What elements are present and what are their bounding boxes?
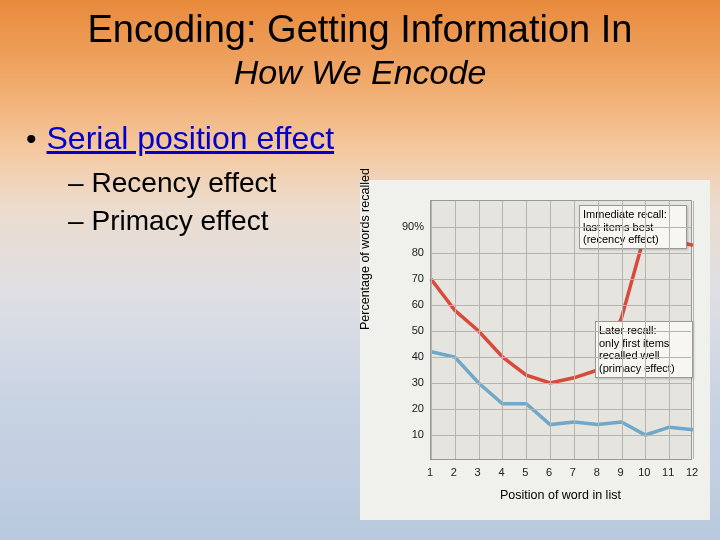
gridline-v <box>622 201 623 459</box>
gridline-h <box>431 331 691 332</box>
serial-position-chart: Percentage of words recalled Position of… <box>360 180 710 520</box>
sub-bullet-item: – Primacy effect <box>68 205 334 237</box>
gridline-v <box>526 201 527 459</box>
bullet-list: • Serial position effect – Recency effec… <box>20 120 334 243</box>
y-tick-label: 50 <box>412 324 424 336</box>
annotation-primacy: Later recall: only first items recalled … <box>595 321 693 378</box>
annotation-line: (primacy effect) <box>599 362 689 375</box>
x-tick-label: 6 <box>546 466 552 478</box>
gridline-v <box>502 201 503 459</box>
annotation-line: only first items <box>599 337 689 350</box>
slide-title: Encoding: Getting Information In <box>0 0 720 51</box>
y-tick-label: 60 <box>412 298 424 310</box>
y-axis-label: Percentage of words recalled <box>358 168 372 330</box>
sub-bullet-text: Primacy effect <box>92 205 269 237</box>
y-tick-label: 30 <box>412 376 424 388</box>
bullet-marker: • <box>26 122 37 156</box>
sub-bullet-item: – Recency effect <box>68 167 334 199</box>
dash-marker: – <box>68 167 84 199</box>
bullet-item: • Serial position effect <box>20 120 334 157</box>
gridline-v <box>669 201 670 459</box>
y-tick-label: 40 <box>412 350 424 362</box>
gridline-v <box>431 201 432 459</box>
gridline-h <box>431 435 691 436</box>
gridline-v <box>645 201 646 459</box>
gridline-v <box>693 201 694 459</box>
gridline-h <box>431 279 691 280</box>
x-tick-label: 9 <box>617 466 623 478</box>
plot-area: Immediate recall: last items best (recen… <box>430 200 692 460</box>
slide-subtitle: How We Encode <box>0 53 720 92</box>
y-tick-label: 80 <box>412 246 424 258</box>
x-tick-label: 2 <box>451 466 457 478</box>
dash-marker: – <box>68 205 84 237</box>
gridline-v <box>455 201 456 459</box>
sub-bullet-text: Recency effect <box>92 167 277 199</box>
x-tick-label: 11 <box>662 466 674 478</box>
x-tick-label: 3 <box>475 466 481 478</box>
x-tick-label: 10 <box>638 466 650 478</box>
y-tick-label: 70 <box>412 272 424 284</box>
gridline-h <box>431 305 691 306</box>
gridline-h <box>431 409 691 410</box>
y-tick-label: 10 <box>412 428 424 440</box>
x-tick-label: 4 <box>498 466 504 478</box>
annotation-line: recalled well <box>599 349 689 362</box>
gridline-v <box>574 201 575 459</box>
gridline-h <box>431 383 691 384</box>
x-tick-label: 12 <box>686 466 698 478</box>
gridline-h <box>431 227 691 228</box>
gridline-v <box>598 201 599 459</box>
x-axis-label: Position of word in list <box>500 488 621 502</box>
x-tick-label: 5 <box>522 466 528 478</box>
y-tick-label: 90% <box>402 220 424 232</box>
gridline-v <box>479 201 480 459</box>
bullet-link-text: Serial position effect <box>47 120 335 157</box>
x-tick-label: 1 <box>427 466 433 478</box>
gridline-h <box>431 253 691 254</box>
x-tick-label: 7 <box>570 466 576 478</box>
gridline-v <box>550 201 551 459</box>
y-tick-label: 20 <box>412 402 424 414</box>
x-tick-label: 8 <box>594 466 600 478</box>
gridline-h <box>431 357 691 358</box>
